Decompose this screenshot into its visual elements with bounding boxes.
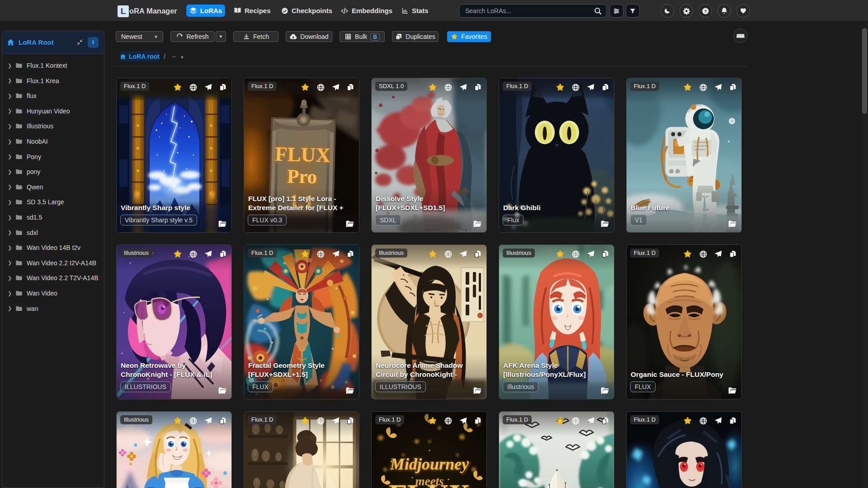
svg-text:Pro: Pro (287, 165, 317, 188)
svg-text:FLUX: FLUX (389, 478, 470, 488)
svg-text:FLUX: FLUX (274, 142, 330, 166)
svg-text:Midjourney: Midjourney (390, 455, 469, 473)
